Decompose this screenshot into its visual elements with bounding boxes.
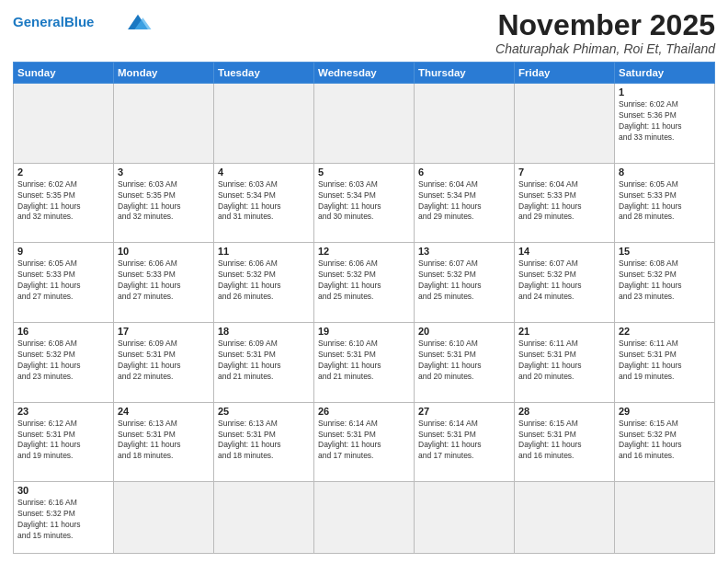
- day-number: 30: [17, 485, 109, 496]
- day-info: Sunrise: 6:07 AM Sunset: 5:32 PM Dayligh…: [418, 259, 510, 303]
- day-info: Sunrise: 6:06 AM Sunset: 5:32 PM Dayligh…: [218, 259, 310, 303]
- day-info: Sunrise: 6:08 AM Sunset: 5:32 PM Dayligh…: [17, 339, 109, 383]
- weekday-header-monday: Monday: [114, 63, 214, 84]
- calendar-cell: 21Sunrise: 6:11 AM Sunset: 5:31 PM Dayli…: [515, 323, 615, 403]
- calendar-cell: [14, 84, 114, 164]
- day-info: Sunrise: 6:09 AM Sunset: 5:31 PM Dayligh…: [218, 339, 310, 383]
- day-number: 25: [218, 406, 310, 417]
- day-info: Sunrise: 6:12 AM Sunset: 5:31 PM Dayligh…: [17, 419, 109, 463]
- calendar-cell: 30Sunrise: 6:16 AM Sunset: 5:32 PM Dayli…: [14, 482, 114, 554]
- day-info: Sunrise: 6:11 AM Sunset: 5:31 PM Dayligh…: [619, 339, 711, 383]
- weekday-header-thursday: Thursday: [415, 63, 515, 84]
- day-number: 4: [218, 167, 310, 178]
- day-number: 15: [619, 246, 711, 257]
- day-info: Sunrise: 6:14 AM Sunset: 5:31 PM Dayligh…: [418, 419, 510, 463]
- logo-text: GeneralBlue: [13, 15, 94, 30]
- day-info: Sunrise: 6:07 AM Sunset: 5:32 PM Dayligh…: [518, 259, 610, 303]
- calendar-cell: [114, 482, 214, 554]
- day-info: Sunrise: 6:13 AM Sunset: 5:31 PM Dayligh…: [118, 419, 210, 463]
- day-number: 6: [418, 167, 510, 178]
- calendar-cell: 7Sunrise: 6:04 AM Sunset: 5:33 PM Daylig…: [515, 163, 615, 243]
- calendar-cell: 17Sunrise: 6:09 AM Sunset: 5:31 PM Dayli…: [114, 323, 214, 403]
- day-number: 5: [318, 167, 410, 178]
- day-info: Sunrise: 6:10 AM Sunset: 5:31 PM Dayligh…: [418, 339, 510, 383]
- calendar-cell: 8Sunrise: 6:05 AM Sunset: 5:33 PM Daylig…: [615, 163, 715, 243]
- calendar-cell: 15Sunrise: 6:08 AM Sunset: 5:32 PM Dayli…: [615, 243, 715, 323]
- calendar-cell: 4Sunrise: 6:03 AM Sunset: 5:34 PM Daylig…: [214, 163, 314, 243]
- day-number: 18: [218, 326, 310, 337]
- day-info: Sunrise: 6:03 AM Sunset: 5:34 PM Dayligh…: [218, 179, 310, 224]
- logo: GeneralBlue: [13, 13, 156, 31]
- calendar-cell: 5Sunrise: 6:03 AM Sunset: 5:34 PM Daylig…: [314, 163, 415, 243]
- day-number: 2: [17, 167, 109, 178]
- day-info: Sunrise: 6:14 AM Sunset: 5:31 PM Dayligh…: [318, 419, 410, 463]
- calendar-cell: 1Sunrise: 6:02 AM Sunset: 5:36 PM Daylig…: [615, 84, 715, 164]
- day-number: 9: [17, 246, 109, 257]
- header: GeneralBlue November 2025 Chaturaphak Ph…: [13, 9, 715, 56]
- day-info: Sunrise: 6:04 AM Sunset: 5:34 PM Dayligh…: [418, 179, 510, 224]
- day-number: 23: [17, 406, 109, 417]
- logo-general: General: [13, 14, 64, 29]
- calendar-cell: [615, 482, 715, 554]
- calendar-cell: 9Sunrise: 6:05 AM Sunset: 5:33 PM Daylig…: [14, 243, 114, 323]
- calendar-cell: [415, 482, 515, 554]
- day-number: 22: [619, 326, 711, 337]
- weekday-header-sunday: Sunday: [14, 63, 114, 84]
- day-info: Sunrise: 6:03 AM Sunset: 5:35 PM Dayligh…: [118, 179, 210, 224]
- calendar-table: SundayMondayTuesdayWednesdayThursdayFrid…: [13, 62, 715, 554]
- calendar-cell: 27Sunrise: 6:14 AM Sunset: 5:31 PM Dayli…: [415, 402, 515, 482]
- weekday-header-tuesday: Tuesday: [214, 63, 314, 84]
- calendar-cell: [214, 84, 314, 164]
- day-number: 8: [619, 167, 711, 178]
- day-info: Sunrise: 6:15 AM Sunset: 5:31 PM Dayligh…: [518, 419, 610, 463]
- calendar-cell: 6Sunrise: 6:04 AM Sunset: 5:34 PM Daylig…: [415, 163, 515, 243]
- day-info: Sunrise: 6:06 AM Sunset: 5:33 PM Dayligh…: [118, 259, 210, 303]
- calendar-cell: [515, 84, 615, 164]
- calendar-cell: 11Sunrise: 6:06 AM Sunset: 5:32 PM Dayli…: [214, 243, 314, 323]
- day-number: 12: [318, 246, 410, 257]
- calendar-cell: 16Sunrise: 6:08 AM Sunset: 5:32 PM Dayli…: [14, 323, 114, 403]
- calendar-cell: [114, 84, 214, 164]
- day-number: 10: [118, 246, 210, 257]
- calendar-cell: 26Sunrise: 6:14 AM Sunset: 5:31 PM Dayli…: [314, 402, 415, 482]
- calendar-cell: 13Sunrise: 6:07 AM Sunset: 5:32 PM Dayli…: [415, 243, 515, 323]
- day-info: Sunrise: 6:11 AM Sunset: 5:31 PM Dayligh…: [518, 339, 610, 383]
- calendar-cell: 18Sunrise: 6:09 AM Sunset: 5:31 PM Dayli…: [214, 323, 314, 403]
- day-number: 17: [118, 326, 210, 337]
- day-number: 1: [619, 86, 711, 98]
- day-info: Sunrise: 6:05 AM Sunset: 5:33 PM Dayligh…: [619, 179, 711, 224]
- calendar-cell: 24Sunrise: 6:13 AM Sunset: 5:31 PM Dayli…: [114, 402, 214, 482]
- calendar-cell: 29Sunrise: 6:15 AM Sunset: 5:32 PM Dayli…: [615, 402, 715, 482]
- calendar-cell: [515, 482, 615, 554]
- day-info: Sunrise: 6:02 AM Sunset: 5:36 PM Dayligh…: [619, 99, 711, 144]
- day-number: 21: [518, 326, 610, 337]
- day-info: Sunrise: 6:02 AM Sunset: 5:35 PM Dayligh…: [17, 179, 109, 224]
- logo-icon: [119, 11, 156, 31]
- day-number: 27: [418, 406, 510, 417]
- day-number: 11: [218, 246, 310, 257]
- title-block: November 2025 Chaturaphak Phiman, Roi Et…: [495, 9, 715, 56]
- calendar-cell: 19Sunrise: 6:10 AM Sunset: 5:31 PM Dayli…: [314, 323, 415, 403]
- calendar-cell: [415, 84, 515, 164]
- calendar-cell: 14Sunrise: 6:07 AM Sunset: 5:32 PM Dayli…: [515, 243, 615, 323]
- weekday-header-friday: Friday: [515, 63, 615, 84]
- calendar-cell: [314, 482, 415, 554]
- day-info: Sunrise: 6:04 AM Sunset: 5:33 PM Dayligh…: [518, 179, 610, 224]
- day-info: Sunrise: 6:09 AM Sunset: 5:31 PM Dayligh…: [118, 339, 210, 383]
- day-number: 20: [418, 326, 510, 337]
- day-number: 19: [318, 326, 410, 337]
- day-number: 3: [118, 167, 210, 178]
- calendar-cell: 10Sunrise: 6:06 AM Sunset: 5:33 PM Dayli…: [114, 243, 214, 323]
- day-info: Sunrise: 6:06 AM Sunset: 5:32 PM Dayligh…: [318, 259, 410, 303]
- day-info: Sunrise: 6:15 AM Sunset: 5:32 PM Dayligh…: [619, 419, 711, 463]
- day-info: Sunrise: 6:03 AM Sunset: 5:34 PM Dayligh…: [318, 179, 410, 224]
- calendar-cell: 3Sunrise: 6:03 AM Sunset: 5:35 PM Daylig…: [114, 163, 214, 243]
- calendar-cell: 22Sunrise: 6:11 AM Sunset: 5:31 PM Dayli…: [615, 323, 715, 403]
- page: GeneralBlue November 2025 Chaturaphak Ph…: [0, 0, 728, 563]
- location: Chaturaphak Phiman, Roi Et, Thailand: [495, 41, 715, 56]
- day-number: 26: [318, 406, 410, 417]
- day-info: Sunrise: 6:16 AM Sunset: 5:32 PM Dayligh…: [17, 498, 109, 542]
- day-number: 24: [118, 406, 210, 417]
- day-info: Sunrise: 6:08 AM Sunset: 5:32 PM Dayligh…: [619, 259, 711, 303]
- weekday-header-wednesday: Wednesday: [314, 63, 415, 84]
